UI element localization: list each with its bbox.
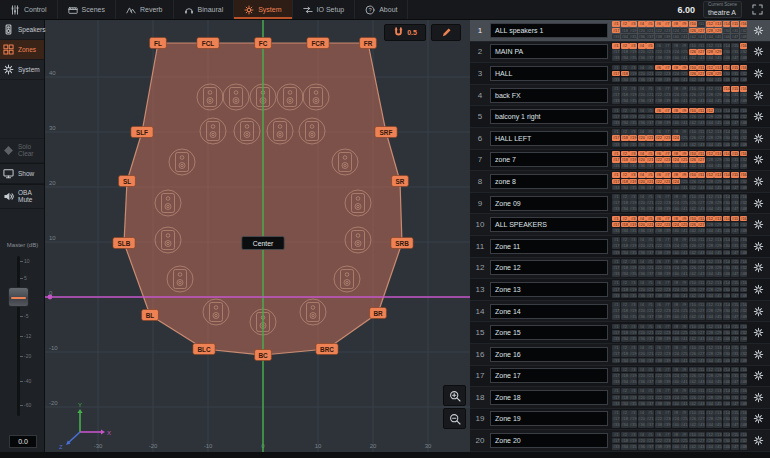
speaker-chip[interactable]: #41	[680, 401, 688, 407]
speaker-chip[interactable]: #38	[655, 206, 663, 212]
speaker-chip[interactable]: #10	[689, 237, 697, 243]
speaker-chip[interactable]: #18	[621, 157, 629, 163]
speaker-chip[interactable]: #43	[697, 142, 705, 148]
speaker-chip[interactable]: #6	[655, 410, 663, 416]
speaker-chip[interactable]: #20	[638, 114, 646, 120]
speaker-chip[interactable]: #27	[697, 395, 705, 401]
speaker-chip[interactable]: #23	[663, 287, 671, 293]
speaker-chip[interactable]: #47	[731, 120, 739, 126]
speaker-chip[interactable]: #20	[638, 265, 646, 271]
speaker-chip[interactable]: #32	[740, 395, 748, 401]
speaker-chip[interactable]: #1	[612, 108, 620, 114]
speaker-chip[interactable]: #29	[714, 49, 722, 55]
speaker-chip[interactable]: #10	[689, 259, 697, 265]
speaker-chip[interactable]: #40	[672, 271, 680, 277]
speaker-chip[interactable]: #44	[706, 358, 714, 364]
speaker-chip[interactable]: #27	[697, 135, 705, 141]
speaker-chip[interactable]: #47	[731, 271, 739, 277]
speaker-chip[interactable]: #13	[714, 86, 722, 92]
speaker-chip[interactable]: #1	[612, 345, 620, 351]
speaker-chip[interactable]: #18	[621, 243, 629, 249]
speaker-chip[interactable]: #19	[629, 351, 637, 357]
speaker-chip[interactable]: #34	[621, 444, 629, 450]
speaker-chip[interactable]: #14	[723, 65, 731, 71]
speaker-chip[interactable]: #16	[740, 151, 748, 157]
speaker-chip[interactable]: #6	[655, 21, 663, 27]
speaker-chip[interactable]: #48	[740, 358, 748, 364]
speaker-chip[interactable]: #8	[672, 172, 680, 178]
speaker-chip[interactable]: #44	[706, 185, 714, 191]
zone-settings-button[interactable]	[751, 66, 765, 80]
zone-settings-button[interactable]	[751, 282, 765, 296]
speaker-chip[interactable]: #22	[655, 351, 663, 357]
speaker-chip[interactable]: #46	[723, 120, 731, 126]
speaker-chip[interactable]: #9	[680, 216, 688, 222]
speaker-chip[interactable]: #35	[629, 250, 637, 256]
speaker-chip[interactable]: #8	[672, 43, 680, 49]
speaker-chip[interactable]: #44	[706, 77, 714, 83]
zone-name-field[interactable]: Zone 17	[490, 368, 608, 383]
speaker-chip[interactable]: #17	[612, 92, 620, 98]
speaker-chip[interactable]: #17	[612, 265, 620, 271]
speaker-chip[interactable]: #39	[663, 120, 671, 126]
speaker-chip[interactable]: #2	[621, 151, 629, 157]
speaker-chip[interactable]: #18	[621, 222, 629, 228]
speaker-chip[interactable]: #27	[697, 200, 705, 206]
zone-settings-button[interactable]	[751, 131, 765, 145]
speaker-chip[interactable]: #23	[663, 395, 671, 401]
speaker-chip[interactable]: #8	[672, 86, 680, 92]
speaker-chip[interactable]: #21	[646, 28, 654, 34]
speaker-chip[interactable]: #6	[655, 280, 663, 286]
speaker-chip[interactable]: #16	[740, 129, 748, 135]
tab-io-setup[interactable]: IO Setup	[293, 0, 356, 19]
speaker-chip[interactable]: #42	[689, 293, 697, 299]
speaker-chip[interactable]: #40	[672, 336, 680, 342]
speaker-chip[interactable]: #25	[680, 438, 688, 444]
speaker-chip[interactable]: #6	[655, 324, 663, 330]
speaker-chip[interactable]: #11	[697, 280, 705, 286]
speaker-chip[interactable]: #18	[621, 179, 629, 185]
speaker-chip[interactable]: #10	[689, 410, 697, 416]
speaker-chip[interactable]: #32	[740, 373, 748, 379]
speaker-chip[interactable]: #5	[646, 21, 654, 27]
speaker-chip[interactable]: #15	[731, 21, 739, 27]
speaker-chip[interactable]: #16	[740, 280, 748, 286]
speaker-chip[interactable]: #17	[612, 287, 620, 293]
speaker-chip[interactable]: #44	[706, 422, 714, 428]
speaker-chip[interactable]: #40	[672, 422, 680, 428]
speaker-chip[interactable]: #30	[723, 308, 731, 314]
zone-settings-button[interactable]	[751, 153, 765, 167]
speaker-chip[interactable]: #35	[629, 401, 637, 407]
speaker-chip[interactable]: #46	[723, 422, 731, 428]
speaker-chip[interactable]: #25	[680, 92, 688, 98]
speaker-chip[interactable]: #43	[697, 336, 705, 342]
speaker-chip[interactable]: #20	[638, 438, 646, 444]
speaker-chip[interactable]: #11	[697, 410, 705, 416]
master-value[interactable]: 0.0	[9, 435, 37, 448]
speaker-chip[interactable]: #26	[689, 200, 697, 206]
speaker-chip[interactable]: #36	[638, 314, 646, 320]
speaker-chip[interactable]: #40	[672, 228, 680, 234]
speaker-chip[interactable]: #32	[740, 28, 748, 34]
speaker-chip[interactable]: #47	[731, 401, 739, 407]
speaker-chip[interactable]: #25	[680, 135, 688, 141]
speaker-chip[interactable]: #38	[655, 98, 663, 104]
speaker-chip[interactable]: #44	[706, 120, 714, 126]
speaker-chip[interactable]: #25	[680, 395, 688, 401]
speaker-chip[interactable]: #21	[646, 71, 654, 77]
speaker-chip[interactable]: #35	[629, 271, 637, 277]
sidebar-item-zones[interactable]: Zones	[0, 40, 44, 60]
speaker-chip[interactable]: #44	[706, 293, 714, 299]
speaker-chip[interactable]: #29	[714, 243, 722, 249]
speaker-chip[interactable]: #25	[680, 49, 688, 55]
speaker-chip[interactable]: #48	[740, 444, 748, 450]
speaker-chip[interactable]: #12	[706, 367, 714, 373]
speaker-chip[interactable]: #29	[714, 308, 722, 314]
speaker-chip[interactable]: #23	[663, 49, 671, 55]
speaker-chip[interactable]: #10	[689, 21, 697, 27]
speaker-chip[interactable]: #2	[621, 237, 629, 243]
speaker-chip[interactable]: #30	[723, 179, 731, 185]
speaker-chip[interactable]: #7	[663, 302, 671, 308]
speaker-chip[interactable]: #38	[655, 163, 663, 169]
speaker-chip[interactable]: #11	[697, 432, 705, 438]
